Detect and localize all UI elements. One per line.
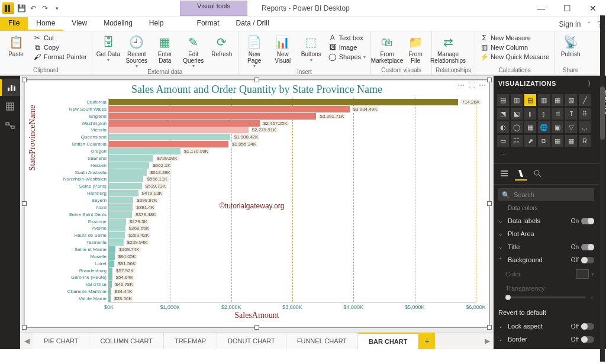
format-item[interactable]: ⌃BackgroundOff [494,253,599,266]
enter-data-button[interactable]: ▦Enter Data [153,33,178,64]
bar[interactable] [109,155,153,162]
format-item[interactable]: ⌄BorderOff [494,333,599,346]
viz-type-clustered-bar[interactable]: ▤ [524,94,536,106]
text-box-button[interactable]: AText box [327,34,367,42]
format-item[interactable]: ⌄Data labelsOn [494,214,599,227]
expand-caret-icon[interactable]: ⌄ [498,231,504,237]
viz-type-gauge[interactable]: ◡ [579,121,591,133]
format-tab[interactable] [515,167,527,181]
viz-type-kpi[interactable]: ⬈ [524,135,536,147]
menu-format[interactable]: Format [189,17,228,31]
toggle-switch[interactable] [581,218,594,224]
viz-type-donut[interactable]: ◯ [511,121,523,133]
bar[interactable] [109,134,230,140]
revert-to-default-link[interactable]: Revert to default [494,305,599,320]
bar[interactable] [109,225,125,231]
page-tab[interactable]: BAR CHART [358,333,418,349]
viz-type-stacked-bar[interactable]: ▤ [497,94,509,106]
tabs-scroll-right[interactable]: ▶ [481,333,494,349]
bar[interactable] [109,246,115,253]
new-column-button[interactable]: ▥New Column [479,43,550,51]
bar[interactable] [109,99,458,105]
toggle-switch[interactable] [581,323,594,330]
viz-type-multi-card[interactable]: ☷ [511,135,523,147]
menu-view[interactable]: View [63,17,95,31]
viz-type-area[interactable]: ⬔ [497,108,509,120]
expand-caret-icon[interactable]: ⌄ [498,336,504,342]
bar[interactable] [109,176,143,182]
bar[interactable] [109,141,228,147]
fields-well-tab[interactable] [498,167,510,179]
menu-data-drill[interactable]: Data / Drill [228,17,278,31]
bar[interactable] [109,295,111,302]
paste-button[interactable]: 📋 Paste [4,33,28,58]
recent-sources-button[interactable]: 🕘Recent Sources [124,33,149,69]
expand-caret-icon[interactable]: ⌄ [498,323,504,329]
bar[interactable] [109,162,149,169]
bar[interactable] [109,148,180,154]
viz-type-filled-map[interactable]: ▣ [552,121,563,133]
bar[interactable] [109,268,112,274]
window-maximize-button[interactable]: ☐ [554,0,580,17]
nav-data-view[interactable] [2,98,18,115]
bar[interactable] [109,232,125,239]
bar[interactable] [109,106,350,112]
visual-filter-icon[interactable]: ⋯ [457,81,465,89]
nav-report-view[interactable] [0,79,20,96]
format-item[interactable]: ⌄Plot Area [494,227,599,240]
from-marketplace-button[interactable]: 🛍From Marketplace [375,33,399,64]
qat-dropdown-icon[interactable]: ▾ [52,4,62,13]
sign-in-link[interactable]: Sign in [559,20,581,28]
collapse-pane-icon[interactable]: 〉 [588,79,595,88]
page-tab[interactable]: PIE CHART [33,333,89,349]
qat-save-icon[interactable]: 💾 [17,4,26,13]
tabs-scroll-left[interactable]: ◀ [20,333,33,349]
viz-type-funnel[interactable]: ▽ [565,121,577,133]
new-page-button[interactable]: 📄New Page [242,33,267,69]
viz-type-scatter[interactable]: ⠿ [579,108,591,120]
viz-type-100-stacked-column[interactable]: ▧ [565,94,577,106]
toggle-switch[interactable] [581,244,594,250]
viz-type-map[interactable]: 🌐 [538,121,550,133]
bar[interactable] [109,260,114,267]
add-page-button[interactable]: + [418,333,435,349]
manage-relationships-button[interactable]: ⇄Manage Relationships [436,33,460,64]
bar[interactable] [109,183,142,189]
bar[interactable] [109,113,316,120]
buttons-button[interactable]: ⬚Buttons [299,33,324,63]
page-tab[interactable]: TREEMAP [164,333,217,349]
viz-type-card[interactable]: ▭ [497,135,509,147]
nav-model-view[interactable] [2,117,18,134]
bar[interactable] [109,274,112,281]
bar[interactable] [109,288,111,295]
menu-help[interactable]: Help [141,17,172,31]
bar[interactable] [109,281,112,288]
viz-type-100-stacked-bar[interactable]: ▦ [552,94,563,106]
page-tab[interactable]: COLUMN CHART [89,333,163,349]
viz-type-more[interactable]: ⋯ [497,149,509,160]
expand-caret-icon[interactable]: ⌃ [498,257,504,263]
menu-modeling[interactable]: Modeling [95,17,141,31]
toggle-switch[interactable] [581,336,594,343]
page-tab[interactable]: DONUT CHART [217,333,286,349]
viz-type-stacked-area[interactable]: ⬕ [511,108,523,120]
qat-undo-icon[interactable]: ↶ [28,4,38,13]
bar[interactable] [109,127,249,133]
edit-queries-button[interactable]: ✎Edit Queries [181,33,206,69]
bar[interactable] [109,211,132,218]
viz-type-pie[interactable]: ◐ [497,121,509,133]
publish-button[interactable]: 📡Publish [558,33,583,58]
bar[interactable] [109,204,133,211]
analytics-tab[interactable] [531,167,543,179]
window-minimize-button[interactable]: — [528,0,554,17]
viz-type-r[interactable]: R [579,135,591,147]
viz-type-clustered-column[interactable]: ▥ [538,94,550,106]
viz-type-treemap[interactable]: ▦ [524,121,536,133]
bar[interactable] [109,197,133,204]
from-file-button[interactable]: 📁From File [403,33,428,64]
new-measure-button[interactable]: ΣNew Measure [479,34,550,42]
viz-type-stacked-column[interactable]: ▥ [511,94,523,106]
visual-focus-icon[interactable]: ⛶ [468,81,475,89]
bar[interactable] [109,253,115,260]
viz-type-ribbon[interactable]: ≋ [552,108,563,120]
